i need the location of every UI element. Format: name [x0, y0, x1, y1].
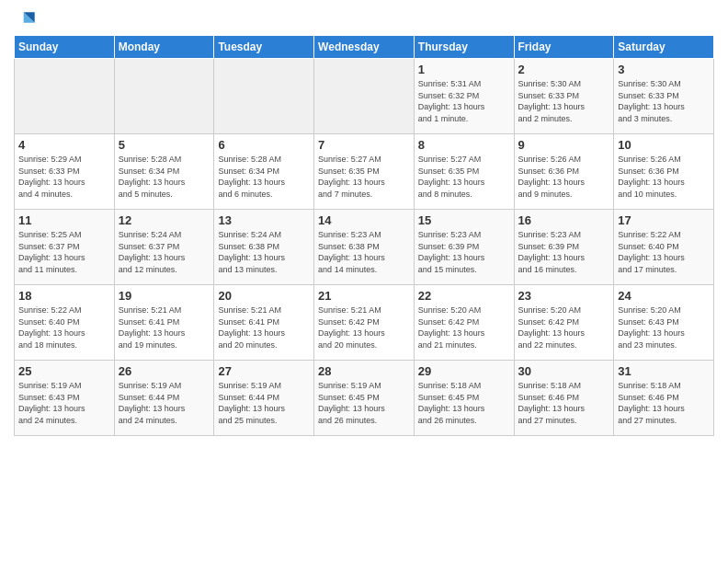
calendar-cell: 8Sunrise: 5:27 AM Sunset: 6:35 PM Daylig… [414, 134, 514, 210]
day-number: 30 [518, 364, 610, 378]
day-number: 23 [518, 289, 610, 303]
calendar-cell [214, 59, 314, 134]
day-number: 27 [218, 364, 310, 378]
calendar-cell: 30Sunrise: 5:18 AM Sunset: 6:46 PM Dayli… [514, 361, 614, 436]
day-info: Sunrise: 5:23 AM Sunset: 6:39 PM Dayligh… [518, 229, 610, 275]
page-container: SundayMondayTuesdayWednesdayThursdayFrid… [0, 0, 728, 445]
calendar-cell: 11Sunrise: 5:25 AM Sunset: 6:37 PM Dayli… [15, 210, 115, 285]
day-number: 6 [218, 138, 310, 152]
day-info: Sunrise: 5:24 AM Sunset: 6:37 PM Dayligh… [119, 229, 210, 275]
day-info: Sunrise: 5:28 AM Sunset: 6:34 PM Dayligh… [119, 154, 210, 200]
day-info: Sunrise: 5:28 AM Sunset: 6:34 PM Dayligh… [218, 154, 310, 200]
calendar-cell [15, 59, 115, 134]
calendar-cell: 21Sunrise: 5:21 AM Sunset: 6:42 PM Dayli… [314, 285, 415, 361]
weekday-header-tuesday: Tuesday [214, 36, 314, 59]
day-number: 17 [618, 213, 710, 227]
calendar-cell: 27Sunrise: 5:19 AM Sunset: 6:44 PM Dayli… [214, 361, 314, 436]
calendar-cell: 3Sunrise: 5:30 AM Sunset: 6:33 PM Daylig… [614, 59, 714, 134]
calendar-cell: 19Sunrise: 5:21 AM Sunset: 6:41 PM Dayli… [114, 285, 214, 361]
calendar-cell: 15Sunrise: 5:23 AM Sunset: 6:39 PM Dayli… [414, 210, 514, 285]
day-info: Sunrise: 5:20 AM Sunset: 6:43 PM Dayligh… [618, 304, 710, 350]
calendar-cell [114, 59, 214, 134]
calendar-cell: 18Sunrise: 5:22 AM Sunset: 6:40 PM Dayli… [15, 285, 115, 361]
day-info: Sunrise: 5:18 AM Sunset: 6:46 PM Dayligh… [518, 380, 610, 426]
calendar-cell: 6Sunrise: 5:28 AM Sunset: 6:34 PM Daylig… [214, 134, 314, 210]
day-info: Sunrise: 5:27 AM Sunset: 6:35 PM Dayligh… [318, 154, 410, 200]
day-number: 21 [318, 289, 410, 303]
calendar-week-row: 11Sunrise: 5:25 AM Sunset: 6:37 PM Dayli… [15, 210, 714, 285]
day-info: Sunrise: 5:19 AM Sunset: 6:45 PM Dayligh… [318, 380, 410, 426]
weekday-header-sunday: Sunday [15, 36, 115, 59]
weekday-header-wednesday: Wednesday [314, 36, 415, 59]
calendar-cell: 22Sunrise: 5:20 AM Sunset: 6:42 PM Dayli… [414, 285, 514, 361]
day-info: Sunrise: 5:31 AM Sunset: 6:32 PM Dayligh… [418, 78, 510, 124]
day-info: Sunrise: 5:21 AM Sunset: 6:42 PM Dayligh… [318, 304, 410, 350]
day-number: 12 [119, 213, 210, 227]
calendar-cell: 13Sunrise: 5:24 AM Sunset: 6:38 PM Dayli… [214, 210, 314, 285]
weekday-header-row: SundayMondayTuesdayWednesdayThursdayFrid… [15, 36, 714, 59]
day-number: 13 [218, 213, 310, 227]
day-info: Sunrise: 5:30 AM Sunset: 6:33 PM Dayligh… [518, 78, 610, 124]
day-number: 19 [119, 289, 210, 303]
day-info: Sunrise: 5:21 AM Sunset: 6:41 PM Dayligh… [119, 304, 210, 350]
calendar-cell: 2Sunrise: 5:30 AM Sunset: 6:33 PM Daylig… [514, 59, 614, 134]
calendar-week-row: 25Sunrise: 5:19 AM Sunset: 6:43 PM Dayli… [15, 361, 714, 436]
day-number: 1 [418, 63, 510, 76]
calendar-cell: 5Sunrise: 5:28 AM Sunset: 6:34 PM Daylig… [114, 134, 214, 210]
calendar-cell: 20Sunrise: 5:21 AM Sunset: 6:41 PM Dayli… [214, 285, 314, 361]
day-number: 2 [518, 63, 610, 76]
day-number: 20 [218, 289, 310, 303]
day-number: 31 [618, 364, 710, 378]
calendar-cell: 16Sunrise: 5:23 AM Sunset: 6:39 PM Dayli… [514, 210, 614, 285]
day-number: 16 [518, 213, 610, 227]
day-info: Sunrise: 5:23 AM Sunset: 6:38 PM Dayligh… [318, 229, 410, 275]
calendar-cell: 14Sunrise: 5:23 AM Sunset: 6:38 PM Dayli… [314, 210, 415, 285]
calendar-week-row: 1Sunrise: 5:31 AM Sunset: 6:32 PM Daylig… [15, 59, 714, 134]
calendar-cell: 24Sunrise: 5:20 AM Sunset: 6:43 PM Dayli… [614, 285, 714, 361]
calendar-cell: 9Sunrise: 5:26 AM Sunset: 6:36 PM Daylig… [514, 134, 614, 210]
weekday-header-thursday: Thursday [414, 36, 514, 59]
day-number: 26 [119, 364, 210, 378]
calendar-cell: 29Sunrise: 5:18 AM Sunset: 6:45 PM Dayli… [414, 361, 514, 436]
day-number: 24 [618, 289, 710, 303]
calendar-week-row: 4Sunrise: 5:29 AM Sunset: 6:33 PM Daylig… [15, 134, 714, 210]
day-info: Sunrise: 5:18 AM Sunset: 6:46 PM Dayligh… [618, 380, 710, 426]
day-number: 25 [18, 364, 110, 378]
calendar-cell: 28Sunrise: 5:19 AM Sunset: 6:45 PM Dayli… [314, 361, 415, 436]
day-info: Sunrise: 5:19 AM Sunset: 6:44 PM Dayligh… [119, 380, 210, 426]
day-info: Sunrise: 5:25 AM Sunset: 6:37 PM Dayligh… [18, 229, 110, 275]
day-info: Sunrise: 5:27 AM Sunset: 6:35 PM Dayligh… [418, 154, 510, 200]
day-info: Sunrise: 5:20 AM Sunset: 6:42 PM Dayligh… [518, 304, 610, 350]
calendar-cell: 1Sunrise: 5:31 AM Sunset: 6:32 PM Daylig… [414, 59, 514, 134]
weekday-header-monday: Monday [114, 36, 214, 59]
weekday-header-saturday: Saturday [614, 36, 714, 59]
day-info: Sunrise: 5:30 AM Sunset: 6:33 PM Dayligh… [618, 78, 710, 124]
day-number: 15 [418, 213, 510, 227]
calendar-cell: 26Sunrise: 5:19 AM Sunset: 6:44 PM Dayli… [114, 361, 214, 436]
day-info: Sunrise: 5:22 AM Sunset: 6:40 PM Dayligh… [618, 229, 710, 275]
day-info: Sunrise: 5:19 AM Sunset: 6:44 PM Dayligh… [218, 380, 310, 426]
day-info: Sunrise: 5:26 AM Sunset: 6:36 PM Dayligh… [518, 154, 610, 200]
day-number: 18 [18, 289, 110, 303]
day-info: Sunrise: 5:26 AM Sunset: 6:36 PM Dayligh… [618, 154, 710, 200]
day-number: 5 [119, 138, 210, 152]
day-number: 29 [418, 364, 510, 378]
calendar-cell: 12Sunrise: 5:24 AM Sunset: 6:37 PM Dayli… [114, 210, 214, 285]
day-info: Sunrise: 5:18 AM Sunset: 6:45 PM Dayligh… [418, 380, 510, 426]
day-number: 7 [318, 138, 410, 152]
calendar-cell: 4Sunrise: 5:29 AM Sunset: 6:33 PM Daylig… [15, 134, 115, 210]
calendar-table: SundayMondayTuesdayWednesdayThursdayFrid… [14, 35, 714, 436]
day-number: 11 [18, 213, 110, 227]
calendar-cell [314, 59, 415, 134]
weekday-header-friday: Friday [514, 36, 614, 59]
logo [14, 9, 36, 28]
calendar-week-row: 18Sunrise: 5:22 AM Sunset: 6:40 PM Dayli… [15, 285, 714, 361]
calendar-cell: 31Sunrise: 5:18 AM Sunset: 6:46 PM Dayli… [614, 361, 714, 436]
day-info: Sunrise: 5:22 AM Sunset: 6:40 PM Dayligh… [18, 304, 110, 350]
calendar-cell: 17Sunrise: 5:22 AM Sunset: 6:40 PM Dayli… [614, 210, 714, 285]
day-number: 4 [18, 138, 110, 152]
logo-icon [17, 9, 36, 28]
day-info: Sunrise: 5:29 AM Sunset: 6:33 PM Dayligh… [18, 154, 110, 200]
calendar-cell: 7Sunrise: 5:27 AM Sunset: 6:35 PM Daylig… [314, 134, 415, 210]
calendar-cell: 10Sunrise: 5:26 AM Sunset: 6:36 PM Dayli… [614, 134, 714, 210]
